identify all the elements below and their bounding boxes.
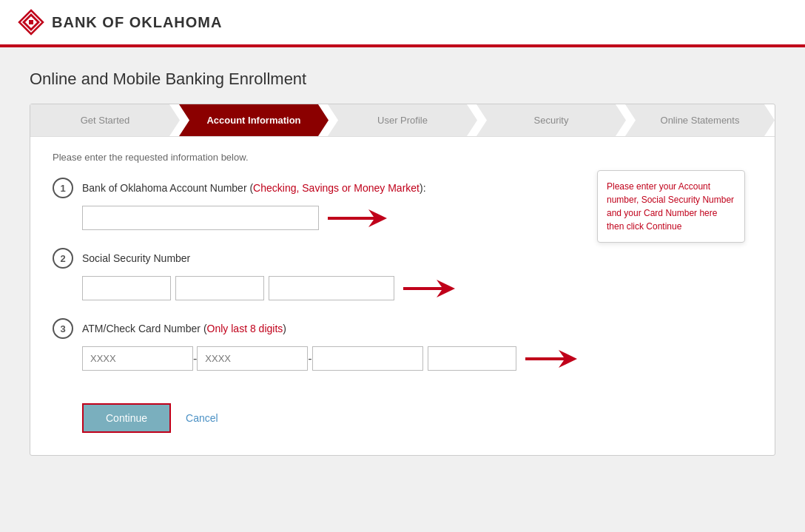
step-circle-3: 3	[53, 318, 73, 339]
field2-input-row	[82, 276, 752, 300]
step-get-started[interactable]: Get Started	[30, 104, 180, 136]
field2-label: Social Security Number	[82, 252, 190, 264]
step-online-statements[interactable]: Online Statements	[625, 104, 775, 136]
field2-label-row: 2 Social Security Number	[53, 248, 752, 269]
enrollment-card: Get Started Account Information User Pro…	[30, 104, 775, 456]
form-area: 1 Bank of Oklahoma Account Number (Check…	[30, 178, 775, 371]
field3-input-row: - -	[82, 346, 752, 371]
field3-label-row: 3 ATM/Check Card Number (Only last 8 dig…	[53, 318, 752, 339]
field3-label: ATM/Check Card Number (Only last 8 digit…	[82, 323, 286, 334]
continue-button[interactable]: Continue	[82, 403, 171, 433]
bank-logo-icon	[18, 9, 44, 36]
svg-marker-4	[328, 209, 387, 227]
card-part4-input[interactable]	[428, 346, 516, 371]
svg-rect-3	[29, 20, 33, 24]
step-circle-1: 1	[53, 178, 73, 198]
arrow-2	[403, 278, 455, 299]
step-circle-2: 2	[53, 248, 73, 269]
field1-label: Bank of Oklahoma Account Number (Checkin…	[82, 182, 426, 194]
page-content: Online and Mobile Banking Enrollment Get…	[0, 47, 805, 478]
ssn-part2-input[interactable]	[175, 276, 264, 300]
step-security[interactable]: Security	[476, 104, 626, 136]
card-number-group: 3 ATM/Check Card Number (Only last 8 dig…	[53, 318, 752, 371]
logo: BANK OF OKLAHOMA	[18, 9, 222, 36]
instruction-text: Please enter the requested information b…	[30, 152, 775, 163]
ssn-part1-input[interactable]	[82, 276, 171, 300]
card-part1-input[interactable]	[82, 346, 193, 371]
ssn-part3-input[interactable]	[269, 276, 394, 300]
arrow-3	[525, 349, 577, 369]
tooltip-box: Please enter your Account number, Social…	[597, 170, 745, 243]
button-row: Continue Cancel	[60, 388, 775, 433]
steps-bar: Get Started Account Information User Pro…	[30, 104, 775, 137]
svg-marker-5	[403, 280, 455, 297]
card-part3-input[interactable]	[312, 346, 423, 371]
page-header: BANK OF OKLAHOMA	[0, 0, 805, 47]
logo-text: BANK OF OKLAHOMA	[52, 14, 222, 31]
step-user-profile[interactable]: User Profile	[328, 104, 477, 136]
ssn-group: 2 Social Security Number	[53, 248, 752, 300]
page-title: Online and Mobile Banking Enrollment	[30, 70, 775, 89]
svg-marker-6	[525, 350, 577, 368]
cancel-button[interactable]: Cancel	[186, 412, 218, 424]
step-account-information[interactable]: Account Information	[179, 104, 329, 136]
arrow-1	[328, 208, 387, 229]
account-number-group: 1 Bank of Oklahoma Account Number (Check…	[53, 178, 752, 230]
account-number-input[interactable]	[82, 206, 319, 230]
card-part2-input[interactable]	[197, 346, 308, 371]
